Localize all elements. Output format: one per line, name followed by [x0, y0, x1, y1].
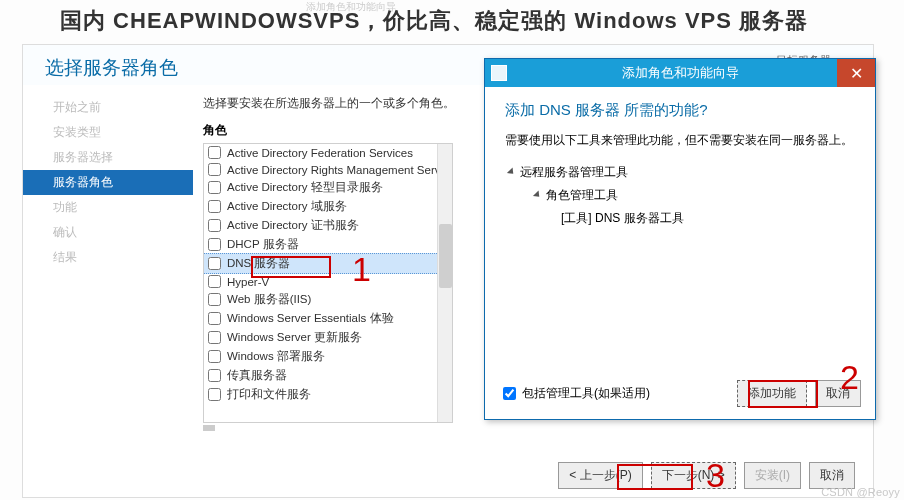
role-label: Web 服务器(IIS): [227, 292, 311, 307]
role-checkbox[interactable]: [208, 163, 221, 176]
dialog-cancel-button[interactable]: 取消: [815, 380, 861, 407]
role-checkbox[interactable]: [208, 369, 221, 382]
role-item[interactable]: 传真服务器: [204, 366, 452, 385]
tree-item-remote-admin[interactable]: 远程服务器管理工具: [505, 161, 855, 184]
role-checkbox[interactable]: [208, 146, 221, 159]
role-checkbox[interactable]: [208, 219, 221, 232]
role-label: DNS 服务器: [227, 256, 290, 271]
role-checkbox[interactable]: [208, 350, 221, 363]
role-checkbox[interactable]: [208, 275, 221, 288]
role-label: Active Directory Rights Management Servi…: [227, 164, 453, 176]
add-features-dialog: 添加角色和功能向导 ✕ 添加 DNS 服务器 所需的功能? 需要使用以下工具来管…: [484, 58, 876, 420]
role-checkbox[interactable]: [208, 293, 221, 306]
dialog-titlebar: 添加角色和功能向导 ✕: [485, 59, 875, 87]
role-checkbox[interactable]: [208, 388, 221, 401]
sidebar-item-results[interactable]: 结果: [23, 245, 193, 270]
role-checkbox[interactable]: [208, 200, 221, 213]
role-item[interactable]: Active Directory 证书服务: [204, 216, 452, 235]
sidebar-item-install-type[interactable]: 安装类型: [23, 120, 193, 145]
dialog-footer: 包括管理工具(如果适用) 添加功能 取消: [503, 380, 861, 407]
role-item[interactable]: Hyper-V: [204, 273, 452, 290]
role-label: DHCP 服务器: [227, 237, 299, 252]
include-mgmt-tools[interactable]: 包括管理工具(如果适用): [503, 385, 650, 402]
role-item[interactable]: DHCP 服务器: [204, 235, 452, 254]
role-item[interactable]: Web 服务器(IIS): [204, 290, 452, 309]
include-mgmt-label: 包括管理工具(如果适用): [522, 385, 650, 402]
role-label: Windows 部署服务: [227, 349, 325, 364]
role-item[interactable]: Windows Server 更新服务: [204, 328, 452, 347]
next-button[interactable]: 下一步(N) >: [651, 462, 736, 489]
sidebar-item-before-you-begin[interactable]: 开始之前: [23, 95, 193, 120]
tree-item-dns-tools[interactable]: [工具] DNS 服务器工具: [505, 207, 855, 230]
sidebar-item-server-select[interactable]: 服务器选择: [23, 145, 193, 170]
dialog-heading: 添加 DNS 服务器 所需的功能?: [505, 101, 855, 120]
dialog-title-text: 添加角色和功能向导: [622, 64, 739, 82]
feature-tree: 远程服务器管理工具 角色管理工具 [工具] DNS 服务器工具: [505, 161, 855, 229]
role-checkbox[interactable]: [208, 331, 221, 344]
role-item[interactable]: 打印和文件服务: [204, 385, 452, 404]
role-checkbox[interactable]: [208, 312, 221, 325]
role-label: Active Directory Federation Services: [227, 147, 413, 159]
scrollbar-vertical[interactable]: [437, 144, 452, 422]
role-item[interactable]: Active Directory Federation Services: [204, 144, 452, 161]
role-label: Hyper-V: [227, 276, 269, 288]
dialog-body: 添加 DNS 服务器 所需的功能? 需要使用以下工具来管理此功能，但不需要安装在…: [485, 87, 875, 243]
wizard-sidebar: 开始之前 安装类型 服务器选择 服务器角色 功能 确认 结果: [23, 85, 193, 445]
role-item[interactable]: Windows 部署服务: [204, 347, 452, 366]
sidebar-item-features[interactable]: 功能: [23, 195, 193, 220]
add-features-button[interactable]: 添加功能: [737, 380, 807, 407]
role-item[interactable]: DNS 服务器: [203, 253, 453, 274]
sidebar-item-confirm[interactable]: 确认: [23, 220, 193, 245]
include-mgmt-checkbox[interactable]: [503, 387, 516, 400]
role-label: Active Directory 证书服务: [227, 218, 359, 233]
scroll-thumb[interactable]: [439, 224, 452, 288]
role-label: Active Directory 域服务: [227, 199, 347, 214]
role-label: Active Directory 轻型目录服务: [227, 180, 383, 195]
role-item[interactable]: Active Directory 域服务: [204, 197, 452, 216]
scrollbar-horizontal[interactable]: [203, 425, 434, 431]
ghost-window-title: 添加角色和功能向导: [26, 0, 872, 10]
wizard-footer: < 上一步(P) 下一步(N) > 安装(I) 取消: [558, 462, 855, 489]
expand-icon: [533, 190, 542, 199]
role-checkbox[interactable]: [208, 257, 221, 270]
role-checkbox[interactable]: [208, 238, 221, 251]
dialog-icon: [491, 65, 507, 81]
role-item[interactable]: Active Directory Rights Management Servi…: [204, 161, 452, 178]
cancel-button[interactable]: 取消: [809, 462, 855, 489]
tree-item-role-admin[interactable]: 角色管理工具: [505, 184, 855, 207]
role-label: 打印和文件服务: [227, 387, 311, 402]
role-item[interactable]: Windows Server Essentials 体验: [204, 309, 452, 328]
expand-icon: [507, 167, 516, 176]
role-item[interactable]: Active Directory 轻型目录服务: [204, 178, 452, 197]
dialog-subtext: 需要使用以下工具来管理此功能，但不需要安装在同一服务器上。: [505, 132, 855, 149]
prev-button[interactable]: < 上一步(P): [558, 462, 642, 489]
roles-listbox[interactable]: Active Directory Federation ServicesActi…: [203, 143, 453, 423]
role-label: Windows Server Essentials 体验: [227, 311, 394, 326]
install-button: 安装(I): [744, 462, 801, 489]
close-icon: ✕: [850, 64, 863, 83]
role-label: Windows Server 更新服务: [227, 330, 362, 345]
sidebar-item-server-roles[interactable]: 服务器角色: [23, 170, 193, 195]
role-label: 传真服务器: [227, 368, 287, 383]
role-checkbox[interactable]: [208, 181, 221, 194]
close-button[interactable]: ✕: [837, 59, 875, 87]
